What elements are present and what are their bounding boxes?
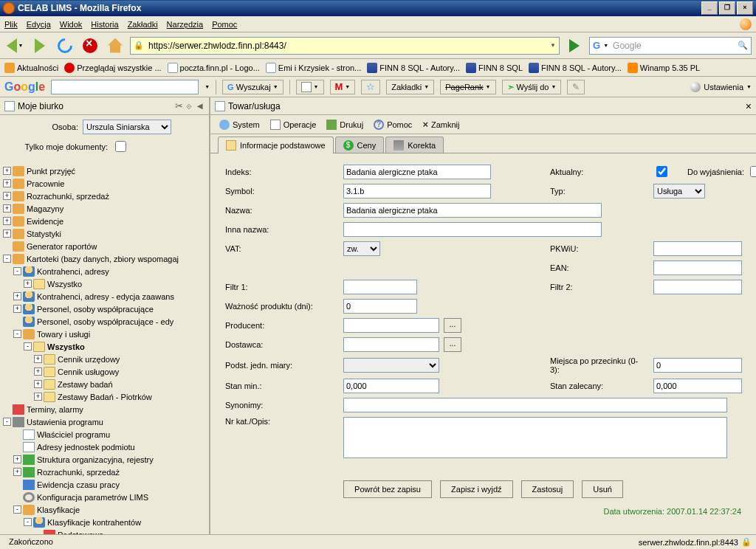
- tab-korekta[interactable]: Korekta: [385, 137, 444, 153]
- filtr1-input[interactable]: [343, 280, 417, 294]
- filtr2-input[interactable]: [653, 280, 742, 294]
- tab-ceny[interactable]: $Ceny: [335, 137, 385, 153]
- search-bar[interactable]: G▼ 🔍: [589, 37, 752, 55]
- dostawca-input[interactable]: [343, 337, 439, 352]
- send-to-button[interactable]: ➣Wyślij do▼: [502, 80, 562, 94]
- tree-item[interactable]: Generator raportów: [1, 240, 209, 252]
- expand-icon[interactable]: +: [3, 204, 11, 213]
- toolbar-pomoc[interactable]: ?Pomoc: [374, 120, 412, 130]
- collapse-icon[interactable]: -: [13, 505, 21, 514]
- producent-input[interactable]: [343, 318, 439, 333]
- toolbar-zamknij[interactable]: ×Zamknij: [422, 119, 459, 130]
- sidebar-tool-1[interactable]: ✂: [175, 100, 183, 111]
- bookmark-aktualnosci[interactable]: Aktualności: [4, 63, 58, 73]
- tree-item[interactable]: -Klasyfikacje: [1, 503, 209, 516]
- nazwa-input[interactable]: [343, 203, 602, 218]
- menu-edycja[interactable]: Edycja: [27, 20, 51, 29]
- bookmark-finn3[interactable]: FINN 8 SQL - Autory...: [529, 63, 622, 73]
- reload-button[interactable]: [55, 35, 75, 56]
- tree-item[interactable]: +Magazyny: [1, 202, 209, 215]
- tree-item[interactable]: Konfiguracja parametrów LIMS: [1, 491, 209, 503]
- typ-select[interactable]: Usługa: [653, 184, 705, 198]
- tree-item[interactable]: -Ustawienia programu: [1, 415, 209, 428]
- tree-item[interactable]: +Cennik usługowy: [1, 365, 209, 378]
- expand-icon[interactable]: +: [3, 179, 11, 187]
- collapse-icon[interactable]: -: [3, 418, 11, 426]
- menu-zakladki[interactable]: Zakładki: [128, 20, 158, 29]
- innanazwa-input[interactable]: [343, 222, 602, 237]
- bookmark-przegladaj[interactable]: Przeglądaj wszystkie ...: [64, 63, 161, 73]
- expand-icon[interactable]: +: [34, 380, 42, 388]
- menu-historia[interactable]: Historia: [91, 20, 118, 29]
- back-button[interactable]: ▼: [4, 35, 25, 56]
- return-button[interactable]: Powrót bez zapisu: [343, 480, 432, 498]
- tree-item[interactable]: +Ewidencje: [1, 215, 209, 227]
- forward-button[interactable]: [30, 35, 50, 56]
- expand-icon[interactable]: +: [24, 280, 32, 288]
- person-select[interactable]: Urszula Siniarska: [83, 120, 171, 134]
- vat-select[interactable]: zw.: [343, 241, 380, 256]
- tree-item[interactable]: +Statystyki: [1, 227, 209, 240]
- tree-item[interactable]: -Towary i usługi: [1, 328, 209, 340]
- close-button[interactable]: ×: [737, 1, 753, 15]
- expand-icon[interactable]: +: [13, 292, 21, 300]
- tree-item[interactable]: +Personel, osoby współpracujące: [1, 303, 209, 315]
- google-search-button[interactable]: GWyszukaj▼: [222, 80, 283, 94]
- tree-item[interactable]: -Wszystko: [1, 340, 209, 353]
- home-button[interactable]: [105, 35, 126, 56]
- tree-item[interactable]: Personel, osoby współpracujące - edy: [1, 315, 209, 328]
- search-icon[interactable]: 🔍: [738, 41, 748, 50]
- expand-icon[interactable]: +: [3, 217, 11, 225]
- url-dropdown-icon[interactable]: ▼: [550, 42, 556, 49]
- expand-icon[interactable]: +: [3, 192, 11, 200]
- tree-item[interactable]: Ewidencja czasu pracy: [1, 478, 209, 491]
- toolbar-drukuj[interactable]: Drukuj: [326, 120, 363, 130]
- pkwiu-input[interactable]: [653, 241, 742, 256]
- collapse-icon[interactable]: -: [13, 267, 21, 275]
- toolbar-system[interactable]: System: [219, 120, 260, 130]
- stanzal-input[interactable]: [653, 379, 742, 393]
- bookmark-finn2[interactable]: FINN 8 SQL: [466, 63, 523, 73]
- tree-item[interactable]: +Punkt przyjęć: [1, 165, 209, 177]
- tree-item[interactable]: -Klasyfikacje kontrahentów: [1, 516, 209, 528]
- tree-item[interactable]: +Zestawy badań: [1, 378, 209, 390]
- collapse-icon[interactable]: -: [3, 255, 11, 263]
- bookmark-finn1[interactable]: FINN 8 SQL - Autory...: [367, 63, 460, 73]
- go-button[interactable]: [564, 35, 585, 56]
- pjm-select[interactable]: [343, 358, 439, 373]
- delete-button[interactable]: Usuń: [582, 480, 623, 498]
- menu-pomoc[interactable]: Pomoc: [212, 20, 237, 29]
- expand-icon[interactable]: +: [13, 455, 21, 463]
- tree-item[interactable]: +Rozrachunki, sprzedaż: [1, 190, 209, 202]
- expand-icon[interactable]: +: [13, 468, 21, 476]
- expand-icon[interactable]: +: [34, 393, 42, 401]
- mydocs-checkbox[interactable]: [115, 141, 126, 152]
- bookmark-poczta[interactable]: poczta.finn.pl - Logo...: [168, 63, 260, 73]
- tree-item[interactable]: +Kontrahenci, adresy - edycja zaawans: [1, 290, 209, 303]
- highlight-button[interactable]: ✎: [567, 80, 585, 94]
- toolbar-operacje[interactable]: Operacje: [270, 120, 317, 130]
- tree-item[interactable]: +Zestawy Badań - Piotrków: [1, 390, 209, 403]
- collapse-icon[interactable]: -: [13, 330, 21, 338]
- tree-item[interactable]: Właściciel programu: [1, 428, 209, 441]
- restore-button[interactable]: ❐: [719, 1, 735, 15]
- tree-item[interactable]: Adresy jednostek podmiotu: [1, 441, 209, 453]
- nrkat-textarea[interactable]: [343, 417, 727, 458]
- tree-item[interactable]: +Struktura organizacyjna, rejestry: [1, 453, 209, 466]
- tree-item[interactable]: +Cennik urzędowy: [1, 353, 209, 365]
- tree-item[interactable]: +Rozrachunki, sprzedaż: [1, 466, 209, 478]
- pagerank-button[interactable]: PageRank▼: [440, 80, 495, 94]
- menu-narzedzia[interactable]: Narzędzia: [167, 20, 204, 29]
- expand-icon[interactable]: +: [13, 305, 21, 313]
- tree-item[interactable]: Terminy, alarmy: [1, 403, 209, 415]
- google-bookmarks-button[interactable]: Zakładki▼: [386, 80, 434, 94]
- ean-input[interactable]: [653, 260, 742, 275]
- gmail-button[interactable]: M▼: [330, 80, 356, 94]
- menu-widok[interactable]: Widok: [60, 20, 83, 29]
- minimize-button[interactable]: _: [701, 1, 718, 15]
- url-bar[interactable]: 🔒 ▼: [130, 37, 560, 55]
- url-input[interactable]: [147, 40, 547, 52]
- tree-item[interactable]: Podstawowa: [1, 528, 209, 534]
- apply-button[interactable]: Zastosuj: [521, 480, 574, 498]
- collapse-icon[interactable]: -: [24, 342, 32, 351]
